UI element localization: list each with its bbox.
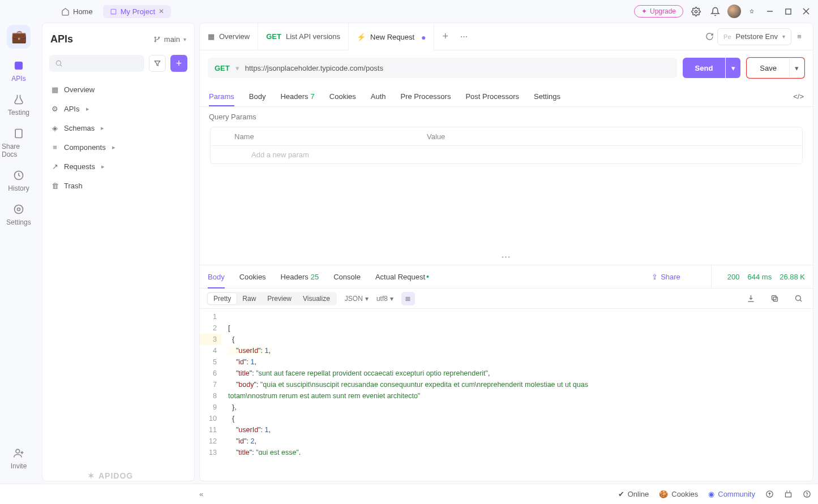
window-maximize-icon[interactable]: [781, 4, 795, 19]
branch-selector[interactable]: main ▾: [153, 35, 186, 44]
tree-trash[interactable]: 🗑Trash: [46, 176, 191, 195]
tab-new-request[interactable]: ⚡New Request ●: [349, 23, 434, 50]
ptab-settings[interactable]: Settings: [534, 92, 560, 106]
env-settings-button[interactable]: ≡: [791, 29, 807, 45]
tab-label: Overview: [219, 32, 250, 41]
status-upload-button[interactable]: [765, 490, 774, 498]
window-minimize-icon[interactable]: [763, 4, 777, 19]
response-code-view[interactable]: 1234567891011121314 [ { "userId": 1, "id…: [200, 309, 813, 455]
wrap-toggle-button[interactable]: ≣: [401, 292, 415, 305]
splitter-handle[interactable]: •••: [200, 249, 813, 265]
svg-point-11: [16, 449, 20, 453]
rtab-headers[interactable]: Headers25: [281, 265, 319, 288]
save-button[interactable]: Save: [747, 58, 789, 77]
status-dot-icon: •: [426, 272, 429, 281]
pin-icon[interactable]: [744, 4, 759, 19]
col-name: Name: [229, 132, 421, 141]
notifications-icon[interactable]: [708, 5, 722, 18]
project-tab[interactable]: My Project ✕: [103, 5, 171, 18]
chevron-right-icon: ▸: [99, 124, 104, 132]
branch-name: main: [164, 35, 180, 44]
status-help-button[interactable]: [803, 490, 811, 498]
chevron-down-icon: ▾: [390, 295, 393, 303]
rail-testing[interactable]: Testing: [2, 93, 36, 117]
close-project-icon[interactable]: ✕: [159, 7, 164, 15]
rtab-console[interactable]: Console: [333, 265, 361, 288]
components-icon: ≡: [50, 143, 59, 152]
upgrade-button[interactable]: ✦ Upgrade: [634, 5, 683, 18]
code-view-toggle[interactable]: </>: [793, 92, 804, 106]
project-avatar[interactable]: 💼: [7, 25, 31, 49]
send-button[interactable]: Send: [683, 58, 726, 78]
save-dropdown-button[interactable]: ▾: [789, 58, 804, 77]
cookie-icon: 🍪: [659, 490, 668, 498]
avatar[interactable]: [727, 5, 741, 18]
collapse-sidebar-button[interactable]: «: [199, 490, 203, 498]
tab-overview[interactable]: ▦Overview: [200, 23, 258, 50]
ptab-label: Headers: [280, 92, 308, 101]
status-online[interactable]: ✔Online: [618, 490, 649, 498]
encoding-selector[interactable]: utf8▾: [376, 295, 393, 303]
environment-selector[interactable]: Pe Petstore Env ▾: [717, 28, 791, 45]
settings-gear-icon[interactable]: [689, 5, 703, 18]
ptab-headers[interactable]: Headers7: [280, 92, 314, 106]
rtab-cookies[interactable]: Cookies: [239, 265, 266, 288]
method-caret-icon[interactable]: ▾: [235, 64, 239, 72]
rail-apis[interactable]: APIs: [2, 59, 36, 83]
svg-point-21: [795, 296, 800, 301]
filter-button[interactable]: [149, 55, 166, 72]
search-response-button[interactable]: [790, 291, 806, 307]
method-badge: GET: [266, 32, 281, 41]
view-pretty[interactable]: Pretty: [208, 293, 237, 304]
rtab-actual[interactable]: Actual Request•: [375, 265, 429, 288]
view-raw[interactable]: Raw: [237, 293, 262, 304]
rail-label: APIs: [11, 75, 25, 83]
add-button[interactable]: +: [170, 55, 187, 72]
status-gift-button[interactable]: [784, 490, 793, 498]
new-tab-button[interactable]: +: [434, 23, 456, 50]
status-cookies[interactable]: 🍪Cookies: [659, 490, 698, 498]
rail-history[interactable]: History: [2, 169, 36, 192]
branch-icon: [153, 36, 161, 43]
format-selector[interactable]: JSON▾: [345, 295, 369, 303]
home-tab[interactable]: Home: [55, 5, 98, 18]
ptab-params[interactable]: Params: [209, 92, 234, 106]
rtab-label: Cookies: [239, 273, 266, 281]
view-visualize[interactable]: Visualize: [297, 293, 336, 304]
tree-search-input[interactable]: [49, 55, 144, 72]
ptab-body[interactable]: Body: [249, 92, 266, 106]
tree-schemas[interactable]: ◈Schemas ▸: [46, 118, 191, 137]
ptab-pre[interactable]: Pre Processors: [401, 92, 451, 106]
tree-components[interactable]: ≡Components ▸: [46, 137, 191, 157]
brand-text: APIDOG: [98, 471, 133, 480]
svg-point-1: [695, 10, 697, 12]
tree-requests[interactable]: ↗Requests ▸: [46, 157, 191, 176]
window-close-icon[interactable]: [799, 4, 813, 19]
copy-button[interactable]: [766, 291, 782, 307]
share-button[interactable]: ⇪Share: [652, 273, 680, 281]
workspace: ▦Overview GETList API versions ⚡New Requ…: [199, 23, 813, 481]
bolt-icon: ⚡: [357, 33, 366, 41]
tab-overflow-button[interactable]: ⋯: [456, 29, 472, 45]
download-button[interactable]: [743, 291, 759, 307]
send-dropdown-button[interactable]: ▾: [726, 58, 740, 78]
tab-list-api-versions[interactable]: GETList API versions: [258, 23, 349, 50]
ptab-auth[interactable]: Auth: [371, 92, 386, 106]
tree-apis[interactable]: ⚙APIs ▸: [46, 99, 191, 118]
svg-point-10: [15, 205, 23, 214]
rtab-body[interactable]: Body: [208, 265, 225, 288]
rail-settings[interactable]: Settings: [2, 203, 36, 226]
rail-share-docs[interactable]: Share Docs: [2, 127, 36, 158]
new-param-row[interactable]: Add a new param: [211, 145, 802, 163]
svg-point-25: [807, 496, 807, 496]
ptab-cookies[interactable]: Cookies: [329, 92, 356, 106]
ptab-post[interactable]: Post Processors: [465, 92, 519, 106]
rail-invite[interactable]: Invite: [2, 446, 36, 470]
url-input[interactable]: GET ▾ https://jsonplaceholder.typicode.c…: [208, 58, 677, 78]
refresh-button[interactable]: [701, 29, 717, 45]
status-community[interactable]: ◉Community: [708, 490, 755, 498]
view-preview[interactable]: Preview: [262, 293, 297, 304]
tree-heading: APIs: [50, 33, 153, 45]
chevron-right-icon: ▸: [110, 144, 115, 151]
tree-overview[interactable]: ▦Overview: [46, 80, 191, 99]
